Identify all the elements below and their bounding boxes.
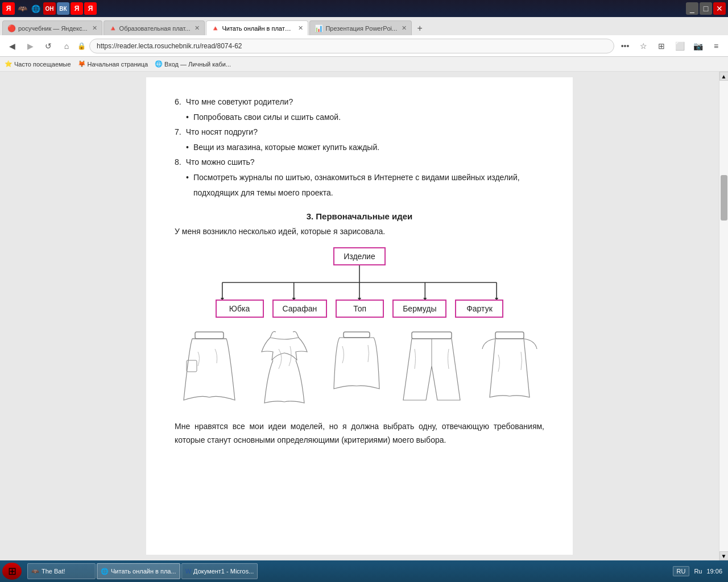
section3-title: 3. Первоначальные идеи	[175, 211, 544, 221]
diagram-children-row: Юбка Сарафан Топ Бермуды Фартук	[216, 300, 504, 318]
section3-bottom-text: Мне нравятся все мои идеи моделей, но я …	[175, 422, 544, 444]
tab-1[interactable]: 🔴 росучебник — Яндекс... ✕	[2, 20, 102, 35]
tab2-favicon: 🔺	[109, 24, 117, 32]
tab1-close[interactable]: ✕	[92, 24, 97, 32]
tab-3[interactable]: 🔺 Читать онлайн в платф... ✕	[206, 20, 308, 35]
windows-taskbar-bottom: ⊞ 🦇 The Bat! 🌐 Читать онлайн в пла... W …	[0, 560, 728, 582]
bookmark-login[interactable]: 🌐 Вход — Личный каби...	[155, 60, 231, 68]
refresh-btn[interactable]: ↺	[41, 39, 56, 53]
star-icon: ⭐	[5, 60, 13, 68]
home-btn[interactable]: ⌂	[59, 39, 74, 53]
diagram-container: Изделие	[175, 247, 544, 318]
tab2-close[interactable]: ✕	[195, 24, 200, 32]
yandex-icon-2[interactable]: Я	[71, 2, 83, 15]
bookmark-frequent[interactable]: ⭐ Часто посещаемые	[5, 60, 71, 68]
browser-content: 6. Что мне советуют родители? • Попробов…	[0, 72, 728, 560]
tab3-favicon: 🔺	[211, 24, 220, 32]
maximize-btn[interactable]: □	[700, 2, 712, 15]
item-8-num: 8.	[175, 155, 181, 170]
bermuda-svg	[400, 329, 463, 403]
section3-intro: У меня возникло несколько идей, которые …	[175, 227, 544, 236]
scroll-thumb[interactable]	[721, 175, 727, 221]
windows-top-bar: Я 🦇 🌐 ОН ВК Я Я _ □ ✕	[0, 0, 728, 17]
clothing-skirt	[181, 329, 238, 409]
bat-icon[interactable]: 🦇	[16, 2, 28, 15]
clock: 19:06	[706, 568, 722, 575]
page-content: 6. Что мне советуют родители? • Попробов…	[146, 77, 573, 555]
forward-btn[interactable]: ▶	[23, 39, 38, 53]
vk-icon[interactable]: ВК	[57, 2, 69, 15]
bullet-7-text: Вещи из магазина, которые может купить к…	[193, 140, 379, 155]
scroll-track[interactable]	[719, 81, 729, 551]
svg-rect-12	[195, 332, 224, 339]
svg-rect-14	[344, 332, 370, 338]
menu-btn[interactable]: ≡	[709, 39, 723, 53]
list-section: 6. Что мне советуют родители? • Попробов…	[175, 94, 544, 200]
item-6-num: 6.	[175, 94, 181, 110]
chrome-icon[interactable]: 🌐	[30, 2, 42, 15]
skirt-svg	[181, 329, 238, 403]
bullet-item-6: • Попробовать свои силы и сшить самой.	[186, 110, 544, 125]
taskbar-word[interactable]: W Документ1 - Micros...	[181, 563, 258, 579]
diagram-root-row: Изделие	[333, 247, 385, 265]
scroll-down-btn[interactable]: ▼	[719, 551, 729, 560]
bookmark-home[interactable]: 🦊 Начальная страница	[78, 60, 148, 68]
bookmarks-bar: ⭐ Часто посещаемые 🦊 Начальная страница …	[0, 57, 728, 72]
sidebar-btn[interactable]: ⊞	[654, 39, 669, 53]
yandex-icon-1[interactable]: Я	[2, 2, 15, 15]
bullet-6-text: Попробовать свои силы и сшить самой.	[193, 110, 341, 125]
section3-bottom: Мне нравятся все мои идеи моделей, но я …	[175, 420, 544, 447]
bookmark-star-btn[interactable]: ☆	[636, 39, 651, 53]
page-wrapper: 6. Что мне советуют родители? • Попробов…	[0, 72, 719, 560]
browser-taskbar-icon: 🌐	[101, 568, 109, 575]
item-6-text: Что мне советуют родители?	[186, 94, 293, 110]
close-btn[interactable]: ✕	[713, 2, 726, 15]
screenshot-btn[interactable]: 📷	[690, 39, 705, 53]
minimize-btn[interactable]: _	[686, 2, 698, 15]
address-bar: ◀ ▶ ↺ ⌂ 🔒 ••• ☆ ⊞ ⬜ 📷 ≡	[0, 35, 728, 57]
address-input[interactable]	[89, 39, 614, 53]
lang-btn[interactable]: RU	[673, 566, 690, 576]
yandex-icon-3[interactable]: Я	[84, 2, 97, 15]
clothing-sketches-row	[175, 329, 544, 409]
bullet-8-marker: •	[186, 170, 189, 200]
word-taskbar-icon: W	[185, 568, 191, 575]
browser-taskbar-label: Читать онлайн в пла...	[111, 568, 176, 575]
diagram-child-4: Фартук	[455, 300, 503, 318]
word-taskbar-label: Документ1 - Micros...	[193, 568, 254, 575]
sarafan-svg	[256, 329, 313, 409]
back-btn[interactable]: ◀	[5, 39, 19, 53]
taskbar-browser[interactable]: 🌐 Читать онлайн в пла...	[97, 563, 180, 579]
start-button[interactable]: ⊞	[2, 563, 22, 580]
taskbar-right-area: RU Ru 19:06	[669, 566, 726, 576]
tab-view-btn[interactable]: ⬜	[672, 39, 687, 53]
tab4-label: Презентация PowerPoi...	[325, 25, 397, 32]
apron-svg	[481, 329, 538, 403]
more-btn[interactable]: •••	[618, 39, 632, 53]
svg-rect-16	[495, 332, 524, 339]
diagram-child-2: Топ	[336, 300, 384, 318]
svg-rect-15	[412, 332, 452, 339]
bat-taskbar-icon: 🦇	[31, 568, 39, 575]
tab2-label: Образовательная плат...	[119, 25, 191, 32]
scrollbar-right[interactable]: ▲ ▼	[719, 72, 728, 560]
taskbar-bat[interactable]: 🦇 The Bat!	[27, 563, 96, 579]
tab4-close[interactable]: ✕	[402, 24, 407, 32]
scroll-up-btn[interactable]: ▲	[719, 72, 729, 81]
bat-taskbar-label: The Bat!	[42, 568, 65, 575]
clothing-apron	[481, 329, 538, 409]
tab-2[interactable]: 🔺 Образовательная плат... ✕	[104, 20, 205, 35]
diagram-child-0: Юбка	[216, 300, 264, 318]
tab1-favicon: 🔴	[7, 24, 16, 32]
diagram-lines-svg	[175, 265, 544, 300]
tab3-close[interactable]: ✕	[298, 24, 303, 32]
tab1-label: росучебник — Яндекс...	[18, 25, 88, 32]
red-icon[interactable]: ОН	[43, 2, 56, 15]
tab-4[interactable]: 📊 Презентация PowerPoi... ✕	[309, 20, 412, 35]
list-item-6: 6. Что мне советуют родители?	[175, 94, 544, 110]
bullet-item-7: • Вещи из магазина, которые может купить…	[186, 140, 544, 155]
diagram-child-1: Сарафан	[272, 300, 328, 318]
new-tab-btn[interactable]: +	[413, 22, 427, 35]
item-7-num: 7.	[175, 124, 181, 140]
bullet-7-marker: •	[186, 140, 189, 155]
